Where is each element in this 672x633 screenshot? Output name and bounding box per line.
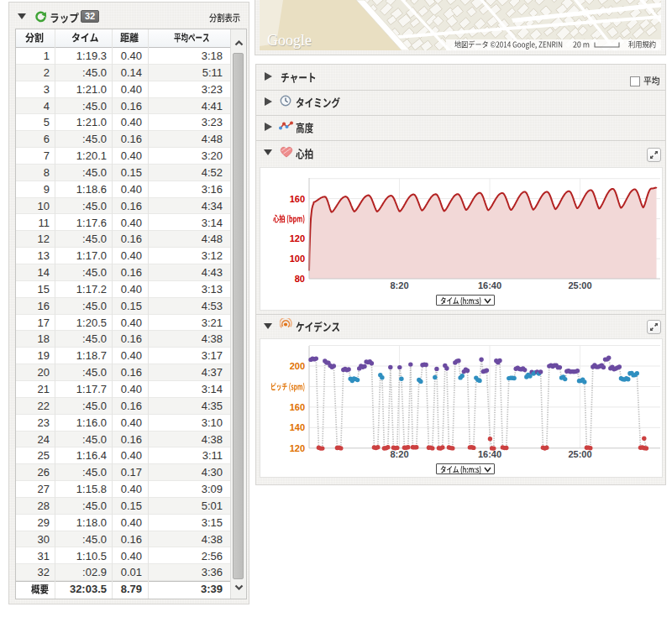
- svg-text:Google: Google: [267, 32, 312, 49]
- svg-text:25:00: 25:00: [568, 449, 591, 459]
- svg-text:160: 160: [290, 194, 305, 204]
- svg-text:140: 140: [290, 422, 305, 432]
- svg-text:120: 120: [290, 233, 305, 243]
- svg-text:200: 200: [290, 361, 305, 371]
- svg-text:80: 80: [295, 274, 305, 284]
- svg-text:25:00: 25:00: [568, 280, 591, 290]
- svg-text:16:40: 16:40: [478, 449, 501, 459]
- svg-text:8:20: 8:20: [390, 449, 408, 459]
- svg-text:100: 100: [290, 254, 305, 264]
- svg-text:120: 120: [290, 443, 305, 453]
- svg-text:8:20: 8:20: [390, 280, 408, 290]
- svg-text:16:40: 16:40: [478, 280, 501, 290]
- svg-text:160: 160: [290, 402, 305, 412]
